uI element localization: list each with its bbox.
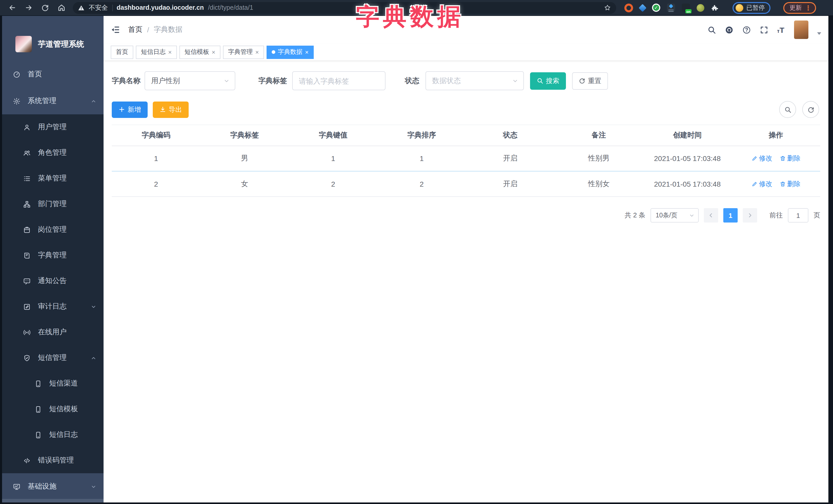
overlay-annotation-title: 字典数据	[356, 1, 465, 33]
sidebar-item-label: 系统管理	[28, 96, 56, 105]
avatar-caret-down-icon[interactable]	[817, 32, 821, 34]
page-size-select[interactable]: 10条/页	[650, 208, 699, 222]
extensions-puzzle-icon[interactable]	[711, 4, 719, 11]
refresh-icon	[807, 106, 814, 113]
sidebar-item-error-code[interactable]: 错误码管理	[2, 448, 103, 473]
cell-status: 开启	[466, 154, 555, 163]
col-header-actions: 操作	[732, 131, 820, 140]
sidebar-collapse-icon[interactable]	[111, 25, 120, 34]
app-logo-row[interactable]: 芋道管理系统	[2, 16, 103, 61]
sidebar-item-sms-template[interactable]: 短信模板	[2, 396, 103, 422]
sidebar-item-notice[interactable]: 通知公告	[2, 268, 103, 294]
filter-form: 字典名称 用户性别 字典标签 状态 数据状态 搜索	[112, 71, 820, 90]
close-icon[interactable]: ×	[305, 49, 309, 55]
close-icon[interactable]: ×	[212, 49, 215, 55]
bookmark-star-icon[interactable]	[604, 4, 611, 11]
dict-name-select[interactable]: 用户性别	[145, 71, 235, 90]
trash-icon	[780, 181, 786, 187]
extension-slider-icon[interactable]	[667, 4, 675, 12]
tab-sms-template[interactable]: 短信模板 ×	[180, 45, 220, 59]
tab-dict-data-active[interactable]: 字典数据 ×	[266, 45, 314, 59]
cell-created: 2021-01-05 17:03:48	[643, 154, 732, 163]
address-bar[interactable]: 不安全 dashboard.yudao.iocoder.cn /dict/typ…	[73, 2, 616, 14]
user-avatar[interactable]	[794, 21, 808, 39]
phone-icon	[34, 405, 42, 413]
sidebar-item-dept-management[interactable]: 部门管理	[2, 191, 103, 217]
sidebar-item-role-management[interactable]: 角色管理	[2, 140, 103, 166]
search-button[interactable]: 搜索	[530, 72, 566, 90]
search-icon[interactable]	[708, 25, 716, 34]
status-select[interactable]: 数据状态	[426, 71, 524, 90]
sidebar-item-post-management[interactable]: 岗位管理	[2, 217, 103, 242]
extension-orange-ring-icon[interactable]	[624, 3, 633, 12]
github-icon[interactable]	[725, 25, 734, 34]
goto-label: 前往	[769, 211, 783, 220]
system-management-submenu: 用户管理 角色管理 菜单管理 部门管理	[2, 114, 103, 473]
extension-olive-icon[interactable]	[697, 4, 704, 11]
sidebar-item-audit-log[interactable]: 审计日志	[2, 294, 103, 319]
not-secure-warning-icon[interactable]	[78, 4, 85, 11]
reset-button-label: 重置	[588, 76, 601, 86]
tab-dict-management[interactable]: 字典管理 ×	[223, 45, 264, 59]
tab-sms-log[interactable]: 短信日志 ×	[136, 45, 177, 59]
toggle-search-button[interactable]	[779, 101, 796, 118]
help-question-icon[interactable]	[742, 25, 751, 34]
browser-home-icon[interactable]	[57, 4, 66, 12]
add-button[interactable]: 新增	[112, 101, 148, 118]
delete-link[interactable]: 删除	[780, 179, 801, 189]
chrome-update-button[interactable]: 更新 ⋮	[783, 2, 816, 14]
refresh-table-button[interactable]	[802, 101, 819, 118]
tags-view-bar: 首页 短信日志 × 短信模板 × 字典管理 × 字典数据 ×	[103, 44, 828, 61]
sidebar-item-home[interactable]: 首页	[2, 61, 103, 88]
chevron-up-icon	[91, 355, 96, 361]
extension-on-badge-icon[interactable]: on	[682, 4, 690, 12]
sidebar-item-dict-management[interactable]: 字典管理	[2, 242, 103, 268]
goto-page-input[interactable]	[788, 208, 808, 222]
browser-extensions-row: ✓ on 已暂停 更新 ⋮	[624, 2, 816, 14]
dict-name-label: 字典名称	[112, 76, 140, 86]
sidebar-item-label: 通知公告	[38, 277, 67, 286]
current-page-button[interactable]: 1	[723, 208, 738, 222]
extension-green-check-icon[interactable]: ✓	[652, 4, 660, 12]
cell-created: 2021-01-05 17:03:48	[643, 180, 732, 188]
browser-menu-kebab-icon[interactable]: ⋮	[805, 4, 811, 11]
extension-blue-gem-icon[interactable]	[639, 4, 646, 11]
dict-tag-input[interactable]	[292, 71, 385, 90]
search-icon	[784, 106, 791, 113]
sidebar-item-system-management[interactable]: 系统管理	[2, 88, 103, 114]
sidebar-item-infrastructure[interactable]: 基础设施	[2, 473, 103, 500]
chevron-down-icon	[91, 484, 96, 489]
screenshot-root: 不安全 dashboard.yudao.iocoder.cn /dict/typ…	[0, 0, 833, 504]
book-icon	[23, 251, 31, 259]
browser-forward-icon[interactable]	[25, 4, 33, 12]
reset-button[interactable]: 重置	[572, 72, 608, 90]
browser-reload-icon[interactable]	[41, 4, 49, 12]
edit-link[interactable]: 修改	[751, 154, 772, 163]
sidebar-item-sms-management[interactable]: 短信管理	[2, 345, 103, 371]
next-page-button[interactable]	[743, 208, 757, 222]
fullscreen-icon[interactable]	[760, 25, 768, 34]
delete-link[interactable]: 删除	[780, 154, 801, 163]
sidebar-item-label: 部门管理	[38, 199, 67, 209]
cell-actions: 修改 删除	[732, 154, 820, 163]
profile-paused-chip[interactable]: 已暂停	[733, 2, 770, 14]
breadcrumb-home[interactable]: 首页	[128, 25, 143, 34]
prev-page-button[interactable]	[704, 208, 718, 222]
sidebar-item-user-management[interactable]: 用户管理	[2, 114, 103, 140]
tab-home[interactable]: 首页	[111, 45, 133, 59]
table-toolbar: 新增 导出	[112, 101, 820, 118]
trash-icon	[780, 155, 786, 162]
phone-icon	[34, 431, 42, 439]
close-icon[interactable]: ×	[255, 49, 259, 55]
table-row: 1 男 1 1 开启 性别男 2021-01-05 17:03:48 修改	[112, 146, 820, 172]
sidebar-item-sms-channel[interactable]: 短信渠道	[2, 371, 103, 396]
edit-link[interactable]: 修改	[751, 179, 772, 189]
sidebar-item-online-users[interactable]: 在线用户	[2, 319, 103, 345]
export-button[interactable]: 导出	[153, 101, 189, 118]
font-size-icon[interactable]	[777, 25, 784, 34]
sidebar-item-menu-management[interactable]: 菜单管理	[2, 166, 103, 191]
close-icon[interactable]: ×	[168, 49, 172, 55]
sidebar-item-sms-log[interactable]: 短信日志	[2, 422, 103, 448]
browser-back-icon[interactable]	[8, 4, 17, 12]
url-host: dashboard.yudao.iocoder.cn	[117, 4, 204, 11]
